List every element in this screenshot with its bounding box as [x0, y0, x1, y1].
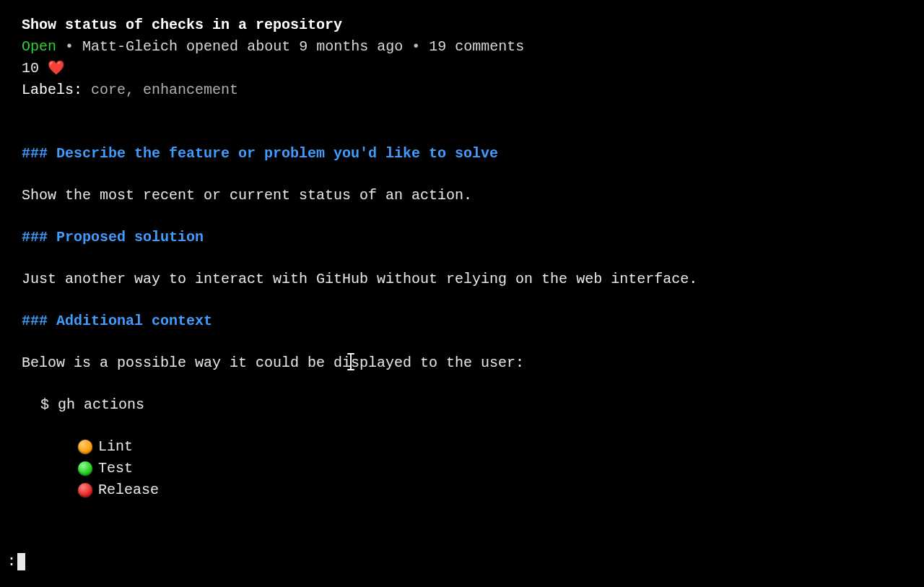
heart-icon: ❤️	[48, 61, 65, 77]
para-describe: Show the most recent or current status o…	[22, 185, 744, 206]
pager-colon: :	[7, 551, 16, 573]
action-item: Release	[78, 479, 902, 501]
labels-row: Labels: core, enhancement	[22, 79, 902, 101]
issue-status-open: Open	[22, 38, 56, 55]
para-context: Below is a possible way it could be disp…	[22, 352, 744, 374]
action-label: Lint	[98, 436, 133, 458]
issue-opened-relative: about 9 months ago	[247, 38, 403, 55]
cursor-block-icon	[17, 553, 25, 570]
heading-context: ### Additional context	[22, 310, 902, 332]
issue-author: Matt-Gleich	[82, 38, 178, 55]
issue-comments-word: comments	[455, 38, 524, 55]
command-text: $ gh actions	[40, 396, 144, 413]
action-label: Test	[98, 458, 133, 479]
reaction-count: 10	[22, 60, 39, 77]
pager-prompt[interactable]: :	[7, 551, 25, 573]
issue-title: Show status of checks in a repository	[22, 14, 902, 36]
issue-comments-count: 19	[429, 38, 446, 55]
opened-word: opened	[186, 38, 238, 55]
issue-meta: Open • Matt-Gleich opened about 9 months…	[22, 36, 902, 58]
labels-label: Labels:	[22, 82, 82, 98]
action-item: Test	[78, 458, 902, 479]
reaction-row: 10 ❤️	[22, 58, 902, 79]
issue-header: Show status of checks in a repository Op…	[0, 0, 924, 101]
command-block: $ gh actions	[22, 394, 902, 416]
status-dot-green-icon	[78, 461, 92, 476]
actions-list: Lint Test Release	[22, 436, 902, 501]
labels-value: core, enhancement	[91, 82, 238, 98]
para-solution: Just another way to interact with GitHub…	[22, 269, 744, 290]
status-dot-orange-icon	[78, 440, 92, 454]
action-item: Lint	[78, 436, 902, 458]
issue-body: ### Describe the feature or problem you'…	[0, 143, 924, 501]
meta-bullet-1: •	[65, 38, 74, 55]
action-label: Release	[98, 479, 159, 501]
status-dot-red-icon	[78, 483, 92, 497]
heading-describe: ### Describe the feature or problem you'…	[22, 143, 902, 165]
heading-solution: ### Proposed solution	[22, 227, 902, 248]
meta-bullet-2: •	[411, 38, 420, 55]
